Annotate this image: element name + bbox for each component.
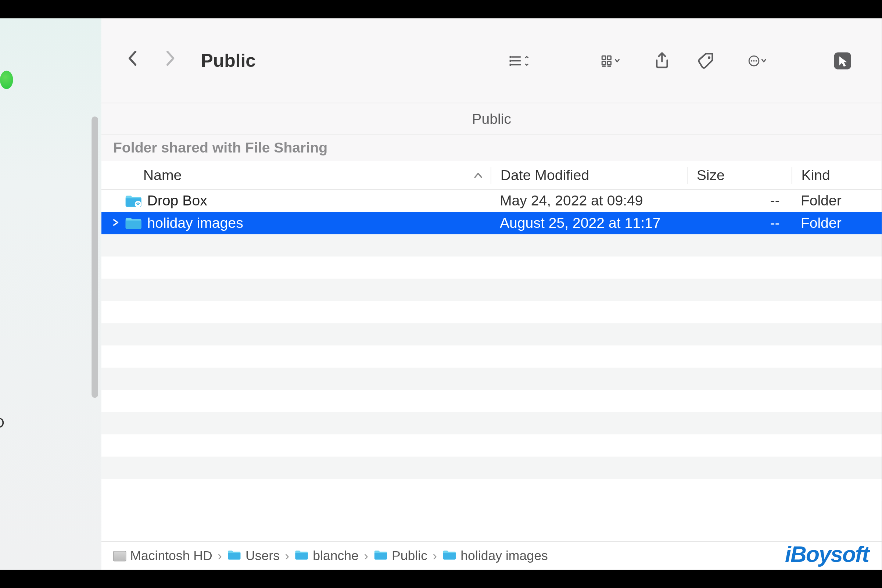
path-crumb-label: blanche (313, 548, 358, 563)
file-size: -- (687, 192, 792, 209)
folder-icon (125, 194, 142, 208)
file-list: Drop Box May 24, 2022 at 09:49 -- Folder… (101, 190, 882, 541)
table-header: Name Date Modified Size Kind (101, 161, 882, 190)
sidebar: ntscationsumentsktopnloadsd Driveedntosh… (0, 18, 101, 570)
sidebar-item[interactable]: d Drive (0, 311, 95, 342)
folder-icon (227, 548, 242, 563)
column-name-label: Name (143, 166, 182, 183)
svg-rect-6 (602, 56, 606, 59)
svg-rect-8 (602, 61, 606, 64)
empty-row (101, 479, 882, 501)
column-size[interactable]: Size (687, 166, 792, 183)
watermark-text: iBoysoft (785, 542, 869, 567)
empty-row (101, 412, 882, 435)
sidebar-item[interactable]: ntosh HD (0, 408, 95, 439)
path-separator-icon: › (285, 548, 289, 563)
window-title: Public (201, 50, 256, 71)
folder-icon (374, 548, 388, 563)
sidebar-item[interactable]: ed (0, 342, 95, 374)
column-date[interactable]: Date Modified (490, 166, 687, 183)
folder-icon (125, 216, 142, 230)
svg-point-12 (708, 56, 710, 58)
path-crumb[interactable]: blanche (294, 548, 358, 563)
path-crumb-label: holiday images (460, 548, 548, 563)
path-separator-icon: › (432, 548, 437, 563)
svg-rect-7 (608, 56, 611, 59)
empty-row (101, 457, 882, 479)
svg-point-4 (510, 60, 511, 61)
file-date: May 24, 2022 at 09:49 (490, 192, 687, 209)
hd-icon (113, 550, 126, 561)
more-actions-button[interactable] (731, 47, 783, 74)
sidebar-item[interactable]: ktop (0, 214, 95, 245)
file-name: Drop Box (147, 192, 207, 209)
column-kind-label: Kind (801, 166, 830, 183)
file-kind: Folder (792, 192, 882, 209)
empty-row (101, 234, 882, 256)
subtitle-bar: Public (101, 103, 882, 135)
empty-row (101, 301, 882, 323)
forward-button[interactable] (158, 49, 181, 72)
path-crumb[interactable]: holiday images (442, 548, 548, 563)
file-name: holiday images (147, 214, 243, 231)
empty-row (101, 256, 882, 279)
column-size-label: Size (697, 166, 725, 183)
svg-point-15 (753, 60, 755, 62)
path-separator-icon: › (218, 548, 222, 563)
sidebar-item[interactable]: cations (0, 151, 95, 182)
file-date: August 25, 2022 at 11:17 (490, 214, 687, 231)
empty-row (101, 434, 882, 457)
view-list-button[interactable] (493, 47, 545, 74)
empty-row (101, 323, 882, 345)
empty-row (101, 390, 882, 412)
sidebar-item[interactable]: space (0, 439, 95, 470)
path-crumb-label: Public (392, 548, 428, 563)
svg-rect-9 (608, 61, 611, 64)
folder-icon (294, 548, 309, 563)
path-crumb[interactable]: Macintosh HD (113, 548, 212, 563)
svg-point-3 (510, 56, 511, 57)
sort-ascending-icon (474, 169, 483, 181)
sidebar-item[interactable]: nloads (0, 246, 95, 277)
svg-point-16 (756, 60, 757, 62)
share-banner-text: Folder shared with File Sharing (113, 139, 327, 156)
traffic-light-green[interactable] (0, 70, 13, 89)
share-banner: Folder shared with File Sharing (101, 135, 882, 161)
path-bar: Macintosh HD› Users› blanche› Public› ho… (101, 541, 882, 570)
main-pane: Public Public F (101, 18, 882, 570)
svg-point-5 (510, 64, 511, 65)
toolbar: Public (101, 18, 882, 103)
cursor-tool-button[interactable] (823, 47, 862, 74)
share-button[interactable] (642, 47, 682, 74)
column-name[interactable]: Name (101, 166, 490, 183)
back-button[interactable] (121, 49, 144, 72)
file-row[interactable]: Drop Box May 24, 2022 at 09:49 -- Folder (101, 190, 882, 212)
path-separator-icon: › (364, 548, 368, 563)
sidebar-scrollbar[interactable] (92, 117, 98, 398)
path-crumb[interactable]: Users (227, 548, 280, 563)
empty-row (101, 345, 882, 368)
column-kind[interactable]: Kind (792, 166, 882, 183)
path-crumb-label: Macintosh HD (130, 548, 212, 563)
sidebar-item[interactable]: nda (0, 470, 95, 502)
tag-button[interactable] (687, 47, 726, 74)
svg-point-14 (751, 60, 753, 62)
sidebar-item[interactable]: nts (0, 120, 95, 151)
file-kind: Folder (792, 214, 882, 231)
watermark: iBoysoft (785, 542, 869, 567)
group-button[interactable] (585, 47, 637, 74)
sidebar-item[interactable]: uments (0, 183, 95, 214)
subtitle-text: Public (472, 110, 511, 127)
path-crumb[interactable]: Public (374, 548, 428, 563)
path-crumb-label: Users (246, 548, 280, 563)
folder-icon (442, 548, 456, 563)
file-size: -- (687, 214, 792, 231)
empty-row (101, 368, 882, 390)
sidebar-item[interactable]: vork (0, 502, 95, 533)
file-row[interactable]: holiday images August 25, 2022 at 11:17 … (101, 212, 882, 234)
column-date-label: Date Modified (501, 166, 590, 183)
finder-window: ntscationsumentsktopnloadsd Driveedntosh… (0, 18, 882, 570)
disclosure-chevron-icon[interactable] (106, 217, 125, 229)
empty-row (101, 279, 882, 301)
